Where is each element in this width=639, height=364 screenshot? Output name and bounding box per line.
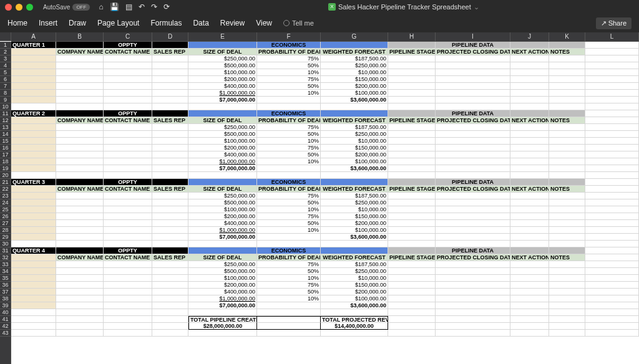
cell[interactable] [510, 295, 549, 302]
cell[interactable]: TOTAL PROJECTED REVENUE [321, 316, 388, 323]
cell[interactable]: $187,500.00 [321, 193, 388, 199]
cell[interactable]: PIPELINE DATA [436, 247, 510, 254]
tab-data[interactable]: Data [193, 19, 208, 27]
cell[interactable]: CONTACT NAME [104, 186, 152, 193]
cell[interactable] [510, 302, 549, 309]
cell[interactable]: $10,000.00 [321, 275, 388, 282]
cell[interactable] [388, 103, 436, 110]
cell[interactable]: PIPELINE DATA [436, 179, 510, 186]
cell[interactable]: 50% [257, 199, 321, 206]
cell[interactable] [11, 330, 56, 337]
row-header[interactable]: 36 [0, 282, 11, 289]
cell[interactable] [436, 90, 510, 97]
cell[interactable]: $1,000,000.00 [188, 158, 257, 165]
cell[interactable] [388, 131, 436, 138]
cell[interactable] [510, 131, 549, 138]
cell[interactable]: $250,000.00 [321, 62, 388, 69]
row-header[interactable]: 31 [0, 247, 11, 254]
cell[interactable] [388, 90, 436, 97]
cell[interactable] [388, 261, 436, 268]
cell[interactable] [56, 165, 104, 172]
cell[interactable] [510, 282, 549, 289]
cell[interactable]: $200,000.00 [321, 289, 388, 295]
cell[interactable] [585, 131, 639, 138]
cell[interactable] [104, 220, 152, 227]
cell[interactable]: SIZE OF DEAL [188, 117, 257, 124]
cell[interactable]: 75% [257, 282, 321, 289]
cell[interactable] [585, 247, 639, 254]
cell[interactable]: 75% [257, 261, 321, 268]
cell[interactable] [104, 309, 152, 316]
cell[interactable]: 75% [257, 124, 321, 131]
cell[interactable] [510, 309, 549, 316]
cell[interactable] [436, 289, 510, 295]
cell[interactable] [56, 261, 104, 268]
maximize-icon[interactable] [26, 4, 33, 11]
cell[interactable] [11, 193, 56, 199]
row-header[interactable]: 12 [0, 117, 11, 124]
row-header[interactable]: 39 [0, 302, 11, 309]
cell[interactable] [436, 138, 510, 145]
cell[interactable] [104, 138, 152, 145]
cell[interactable] [549, 172, 585, 179]
cell[interactable] [549, 316, 585, 323]
cell[interactable] [510, 76, 549, 83]
cell[interactable] [510, 261, 549, 268]
cell[interactable]: SIZE OF DEAL [188, 186, 257, 193]
cell[interactable] [585, 151, 639, 158]
cell[interactable]: WEIGHTED FORECAST [321, 49, 388, 55]
cell[interactable] [188, 103, 257, 110]
cell[interactable] [585, 241, 639, 247]
cell[interactable] [585, 206, 639, 213]
cell[interactable] [549, 97, 585, 103]
cell[interactable] [152, 275, 188, 282]
cell[interactable] [585, 199, 639, 206]
cell[interactable] [585, 227, 639, 234]
cell[interactable] [549, 220, 585, 227]
cell[interactable] [104, 124, 152, 131]
cell[interactable] [436, 199, 510, 206]
cell[interactable] [11, 282, 56, 289]
row-header[interactable]: 19 [0, 165, 11, 172]
row-header[interactable]: 33 [0, 261, 11, 268]
cell[interactable] [152, 55, 188, 62]
cell[interactable] [585, 186, 639, 193]
cell[interactable] [11, 302, 56, 309]
cell[interactable] [152, 165, 188, 172]
cell[interactable]: $200,000.00 [188, 145, 257, 151]
cell[interactable] [388, 289, 436, 295]
cell[interactable] [510, 69, 549, 76]
cell[interactable] [388, 302, 436, 309]
cell[interactable] [549, 199, 585, 206]
cell[interactable] [436, 62, 510, 69]
cell[interactable] [152, 83, 188, 90]
cell[interactable] [56, 124, 104, 131]
row-header[interactable]: 41 [0, 316, 11, 323]
cell[interactable] [104, 172, 152, 179]
cell[interactable]: $14,400,000.00 [321, 323, 388, 330]
cell[interactable] [11, 138, 56, 145]
cell[interactable] [11, 117, 56, 124]
cell[interactable] [585, 62, 639, 69]
cell[interactable] [388, 172, 436, 179]
row-header[interactable]: 25 [0, 206, 11, 213]
cell[interactable] [152, 316, 188, 323]
cell[interactable] [549, 309, 585, 316]
cell[interactable] [388, 179, 436, 186]
cell[interactable] [388, 227, 436, 234]
cell[interactable] [510, 103, 549, 110]
cell[interactable] [257, 234, 321, 241]
cell[interactable] [585, 261, 639, 268]
cell[interactable] [549, 138, 585, 145]
cell[interactable] [56, 316, 104, 323]
cell[interactable] [11, 275, 56, 282]
cell[interactable]: $500,000.00 [188, 199, 257, 206]
cell[interactable]: 50% [257, 131, 321, 138]
cell[interactable]: $250,000.00 [321, 199, 388, 206]
chevron-down-icon[interactable]: ⌄ [474, 3, 479, 11]
cell[interactable] [11, 220, 56, 227]
cell[interactable] [11, 206, 56, 213]
cell[interactable] [56, 103, 104, 110]
cell[interactable] [11, 323, 56, 330]
cell[interactable] [104, 316, 152, 323]
